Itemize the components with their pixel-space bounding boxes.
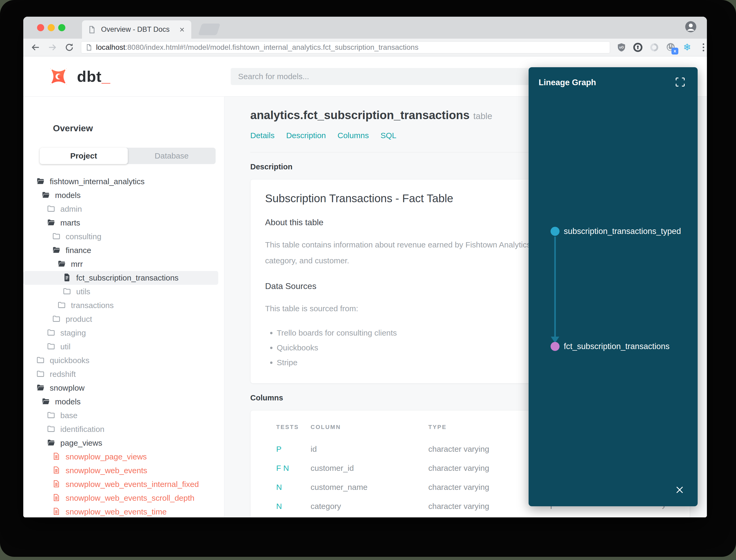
tree-item-snowplow_page_views[interactable]: snowplow_page_views — [23, 450, 147, 464]
folder-icon — [36, 369, 45, 379]
browser-menu-icon[interactable] — [698, 42, 707, 52]
snowflake-extension-icon[interactable]: ❄ — [682, 42, 692, 52]
tree-item-snowplow_web_events_time[interactable]: snowplow_web_events_time — [23, 505, 167, 517]
tab-project[interactable]: Project — [40, 148, 128, 164]
tree-item-snowplow_web_events_internal_fixed[interactable]: snowplow_web_events_internal_fixed — [23, 477, 199, 491]
tree-item-staging[interactable]: staging — [23, 326, 86, 340]
tree-item-label: snowplow_page_views — [66, 452, 147, 461]
folder-open-icon — [36, 383, 45, 393]
window-minimize-button[interactable] — [48, 24, 55, 31]
tree-item-label: redshift — [50, 370, 76, 379]
column-header-tests: TESTS — [276, 424, 311, 431]
page-favicon — [88, 26, 96, 34]
tree-item-label: mrr — [71, 260, 83, 269]
tree-item-label: snowplow — [50, 383, 85, 392]
tree-item-fct_subscription_transactions[interactable]: fct_subscription_transactions — [23, 271, 218, 285]
folder-icon — [62, 287, 71, 297]
tree-item-label: identification — [60, 425, 105, 434]
tree-item-finance[interactable]: finance — [23, 243, 91, 257]
folder-icon — [36, 355, 45, 365]
page-icon — [85, 44, 92, 51]
folder-icon — [47, 410, 56, 421]
browser-profile-avatar[interactable] — [685, 21, 697, 33]
tab-description[interactable]: Description — [286, 131, 326, 140]
tab-close-icon[interactable] — [179, 26, 186, 33]
tree-item-label: transactions — [71, 301, 114, 310]
table-row-date_month: Ndate_monthdateThis column indicates ...… — [276, 516, 675, 517]
tree-item-label: admin — [60, 205, 82, 214]
fullscreen-icon[interactable] — [674, 76, 686, 88]
folder-open-icon — [41, 190, 50, 200]
project-tree: fishtown_internal_analyticsmodelsadminma… — [23, 175, 224, 517]
tree-item-models[interactable]: models — [23, 188, 81, 202]
tree-item-base[interactable]: base — [23, 409, 78, 422]
tree-item-quickbooks[interactable]: quickbooks — [23, 354, 89, 367]
tab-details[interactable]: Details — [250, 131, 275, 140]
tree-item-marts[interactable]: marts — [23, 216, 80, 230]
tree-item-models[interactable]: models — [23, 395, 81, 409]
tree-item-fishtown_internal_analytics[interactable]: fishtown_internal_analytics — [23, 175, 145, 188]
new-tab-button[interactable] — [198, 24, 220, 35]
node-dot — [550, 227, 559, 236]
dbt-logo[interactable]: dbt_ — [46, 64, 110, 89]
close-icon[interactable] — [674, 485, 685, 495]
tree-item-label: fishtown_internal_analytics — [50, 177, 145, 186]
gray-circle-extension-icon[interactable] — [649, 42, 659, 52]
column-cell: category — [311, 502, 428, 511]
url-bar[interactable]: localhost:8080/index.html#!/model/model.… — [81, 41, 610, 53]
search-input[interactable] — [231, 68, 571, 85]
materialization-badge: table — [473, 111, 492, 121]
node-dot — [550, 342, 559, 351]
power-extension-icon[interactable]: x — [666, 42, 676, 52]
tree-item-admin[interactable]: admin — [23, 202, 82, 216]
folder-open-icon — [57, 259, 66, 269]
1password-extension-icon[interactable] — [633, 42, 643, 52]
browser-window: Overview - DBT Docs — [23, 17, 707, 517]
tree-item-page_views[interactable]: page_views — [23, 436, 102, 450]
tree-item-label: models — [55, 397, 81, 406]
dbt-logo-icon — [46, 64, 71, 89]
folder-open-icon — [47, 438, 56, 448]
tests-cell: P — [276, 445, 311, 454]
browser-tab[interactable]: Overview - DBT Docs — [82, 20, 191, 39]
column-cell: customer_id — [311, 464, 428, 473]
tree-item-utils[interactable]: utils — [23, 285, 90, 299]
back-icon[interactable] — [31, 43, 40, 52]
tree-item-mrr[interactable]: mrr — [23, 257, 83, 271]
sidebar-overview-label[interactable]: Overview — [53, 123, 224, 133]
folder-icon — [52, 314, 61, 324]
tree-item-label: staging — [60, 328, 86, 337]
tree-item-transactions[interactable]: transactions — [23, 299, 114, 312]
tree-item-redshift[interactable]: redshift — [23, 367, 76, 381]
column-cell: customer_name — [311, 483, 428, 492]
lineage-node-fct-subscription-transactions[interactable]: fct_subscription_transactions — [550, 342, 670, 351]
tree-item-util[interactable]: util — [23, 340, 70, 354]
tree-item-consulting[interactable]: consulting — [23, 230, 101, 243]
tree-item-label: marts — [60, 218, 80, 227]
column-cell: id — [311, 445, 428, 454]
tab-sql[interactable]: SQL — [380, 131, 396, 140]
ublock-extension-icon[interactable]: uO — [616, 42, 626, 52]
tree-item-snowplow_web_events[interactable]: snowplow_web_events — [23, 464, 147, 477]
reload-icon[interactable] — [65, 43, 74, 52]
folder-icon — [47, 342, 56, 352]
window-close-button[interactable] — [37, 24, 44, 31]
tree-item-identification[interactable]: identification — [23, 422, 105, 436]
tree-item-snowplow_web_events_scroll_depth[interactable]: snowplow_web_events_scroll_depth — [23, 491, 195, 505]
lineage-node-subscription-transactions-typed[interactable]: subscription_transactions_typed — [550, 227, 681, 236]
tab-columns[interactable]: Columns — [338, 131, 369, 140]
desktop-backdrop: Overview - DBT Docs — [0, 0, 736, 557]
forward-icon[interactable] — [48, 43, 57, 52]
window-zoom-button[interactable] — [58, 24, 65, 31]
tree-item-label: snowplow_web_events_scroll_depth — [66, 494, 195, 503]
tree-item-snowplow[interactable]: snowplow — [23, 381, 85, 395]
tree-item-product[interactable]: product — [23, 312, 92, 326]
file-red-icon — [52, 493, 61, 503]
file-icon — [62, 273, 71, 283]
file-red-icon — [52, 507, 61, 517]
sidebar-view-toggle: Project Database — [40, 148, 216, 164]
tests-cell: N — [276, 483, 311, 492]
tab-database[interactable]: Database — [128, 148, 216, 164]
tree-item-label: util — [60, 342, 70, 351]
folder-open-icon — [47, 218, 56, 228]
